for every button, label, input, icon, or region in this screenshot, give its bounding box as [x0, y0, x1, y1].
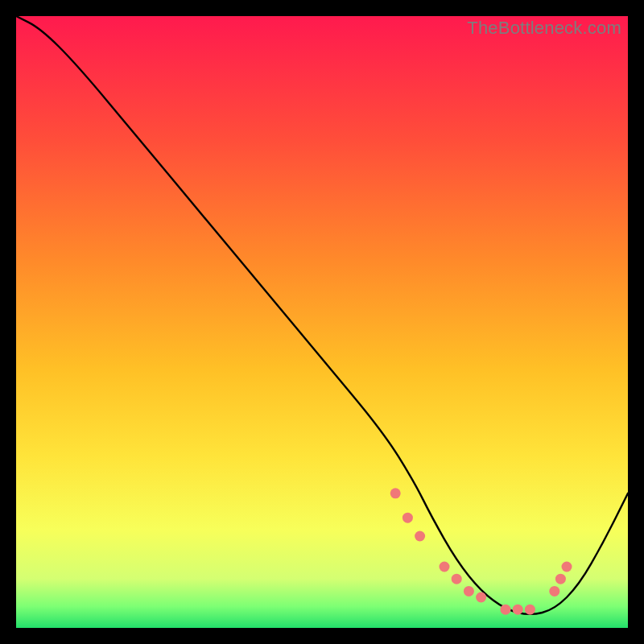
highlight-point — [555, 574, 566, 584]
chart-svg — [16, 16, 628, 628]
highlight-point — [476, 592, 486, 603]
highlight-point — [549, 586, 559, 597]
highlight-point — [390, 488, 401, 498]
highlight-point — [562, 562, 572, 572]
highlight-point — [402, 513, 413, 523]
highlight-point — [501, 605, 511, 615]
highlight-point — [513, 605, 523, 615]
highlight-point — [464, 586, 474, 597]
highlight-point — [452, 574, 462, 584]
gradient-background — [16, 16, 628, 628]
chart-frame: TheBottleneck.com — [16, 16, 628, 628]
watermark-text: TheBottleneck.com — [467, 18, 621, 39]
highlight-point — [440, 562, 450, 572]
highlight-point — [415, 531, 425, 542]
highlight-point — [525, 605, 535, 615]
